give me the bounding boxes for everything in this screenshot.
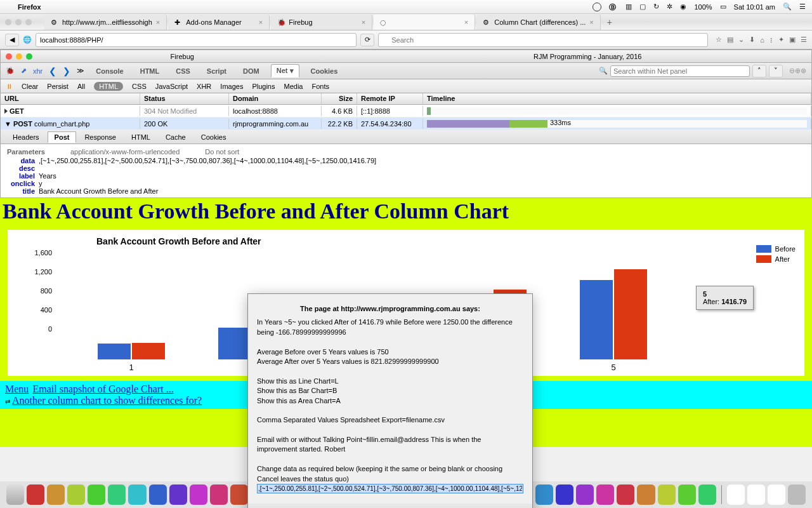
dock-app-icon[interactable] [617, 485, 634, 505]
wifi-icon[interactable]: ◉ [680, 3, 686, 11]
subtab-html[interactable]: HTML [124, 131, 157, 143]
dock-app-icon[interactable] [108, 485, 126, 505]
bar-after[interactable] [614, 269, 647, 359]
trash-icon[interactable] [788, 485, 806, 505]
bluetooth-icon[interactable]: ✲ [667, 3, 672, 11]
firebug-search-input[interactable] [610, 65, 750, 77]
pocket-icon[interactable]: ⌄ [738, 36, 744, 44]
bar-before[interactable] [98, 344, 131, 359]
col-url[interactable]: URL [1, 93, 140, 104]
firebug-icon[interactable]: 🐞 [6, 67, 15, 75]
back-button[interactable]: ◀ [5, 34, 19, 46]
filter-persist[interactable]: Persist [47, 83, 69, 90]
airplay-icon[interactable]: ▢ [639, 3, 646, 11]
collapse-icon[interactable]: ▼ [4, 120, 11, 128]
close-icon[interactable]: × [156, 18, 160, 26]
filter-media[interactable]: Media [284, 83, 303, 90]
dock-app-icon[interactable] [88, 485, 105, 505]
filter-plugins[interactable]: Plugins [252, 83, 275, 90]
app-name[interactable]: Firefox [18, 3, 41, 11]
search-next[interactable]: ˅ [769, 65, 783, 77]
prev-button[interactable]: ❮ [49, 66, 56, 76]
net-request-row[interactable]: GET 304 Not Modified localhost:8888 4.6 … [1, 105, 811, 117]
browser-tab[interactable]: ⚙http://www.rjm...eitfliessohigh× [44, 15, 167, 30]
browser-tab-active[interactable]: ◌× [374, 15, 475, 30]
minimize-icon[interactable]: ⊖⊕⊗ [789, 67, 806, 75]
dock-app-icon[interactable] [768, 485, 785, 505]
filter-images[interactable]: Images [220, 83, 243, 90]
dock-app-icon[interactable] [190, 485, 207, 505]
dock-app-icon[interactable] [149, 485, 167, 505]
filter-all[interactable]: All [77, 83, 85, 90]
subtab-response[interactable]: Response [77, 131, 123, 143]
timemachine-icon[interactable]: ↻ [653, 3, 659, 11]
net-request-row-expanded[interactable]: ▼ POST column_chart.php 200 OK rjmprogra… [1, 117, 811, 130]
download-icon[interactable]: ⬇ [749, 36, 755, 44]
search-input[interactable] [378, 33, 708, 47]
browser-tab[interactable]: ⚙Column Chart (differences) ...× [476, 15, 601, 30]
dock-app-icon[interactable] [210, 485, 228, 505]
another-chart-link[interactable]: Another column chart to show differences… [12, 395, 202, 406]
reader-icon[interactable]: ▤ [727, 36, 733, 44]
tab-cookies[interactable]: Cookies [306, 65, 343, 77]
break-icon[interactable]: ⏸ [6, 83, 13, 90]
close-icon[interactable]: × [589, 18, 593, 26]
tab-html[interactable]: HTML [135, 65, 165, 77]
dock-app-icon[interactable] [556, 485, 573, 505]
close-icon[interactable]: × [464, 18, 468, 26]
email-link[interactable]: Email snapshot of Google Chart ... [32, 384, 173, 394]
bar-after[interactable] [132, 343, 165, 359]
hamburger-icon[interactable]: ☰ [801, 36, 807, 44]
params-sort[interactable]: Do not sort [205, 148, 239, 156]
next-button[interactable]: ❯ [63, 66, 70, 76]
clock[interactable]: Sat 10:01 am [734, 3, 775, 11]
dock-app-icon[interactable] [658, 485, 676, 505]
col-ip[interactable]: Remote IP [357, 93, 423, 104]
dock-app-icon[interactable] [6, 485, 24, 505]
spotlight-icon[interactable]: 🔍 [783, 3, 792, 11]
expand-icon[interactable] [4, 109, 8, 114]
subtab-post[interactable]: Post [48, 131, 77, 143]
menu-icon[interactable]: ☰ [799, 3, 806, 11]
dock-app-icon[interactable] [698, 485, 716, 505]
dock-app-icon[interactable] [67, 485, 85, 505]
dock-app-icon[interactable] [535, 485, 553, 505]
filter-css[interactable]: CSS [132, 83, 147, 90]
tab-dom[interactable]: DOM [238, 65, 265, 77]
xhr-icon[interactable]: xhr [33, 67, 43, 75]
sidebar-icon[interactable]: ⫶ [769, 36, 773, 44]
bar-before[interactable] [218, 328, 251, 359]
tab-net[interactable]: Net ▾ [271, 64, 299, 77]
dock-app-icon[interactable] [576, 485, 594, 505]
filter-html[interactable]: HTML [94, 82, 123, 91]
subtab-headers[interactable]: Headers [6, 131, 46, 143]
close-icon[interactable]: × [362, 18, 365, 26]
close-icon[interactable]: × [259, 18, 263, 26]
subtab-cookies[interactable]: Cookies [194, 131, 233, 143]
filter-clear[interactable]: Clear [22, 83, 38, 90]
filter-xhr[interactable]: XHR [197, 83, 211, 90]
cmd-icon[interactable]: ≫ [77, 67, 84, 75]
dialog-input[interactable] [257, 484, 523, 493]
extension-icon[interactable]: ▣ [789, 36, 796, 44]
inspect-icon[interactable]: ⬈ [21, 67, 27, 75]
col-status[interactable]: Status [140, 93, 229, 104]
tab-css[interactable]: CSS [171, 65, 195, 77]
col-timeline[interactable]: Timeline [423, 93, 811, 104]
browser-tab[interactable]: 🐞Firebug× [271, 15, 372, 30]
url-input[interactable] [36, 33, 357, 47]
new-tab-button[interactable]: + [602, 17, 617, 27]
menu-link[interactable]: Menu [5, 384, 29, 394]
dock-app-icon[interactable] [27, 485, 44, 505]
browser-tab[interactable]: ✚Add-ons Manager× [168, 15, 270, 30]
col-domain[interactable]: Domain [229, 93, 322, 104]
filter-fonts[interactable]: Fonts [311, 83, 329, 90]
dock-app-icon[interactable] [747, 485, 765, 505]
reload-button[interactable]: ⟳ [360, 34, 374, 46]
tab-console[interactable]: Console [91, 65, 128, 77]
dock-app-icon[interactable] [47, 485, 65, 505]
window-controls[interactable] [5, 19, 32, 25]
dock-app-icon[interactable] [637, 485, 655, 505]
dock-app-icon[interactable] [727, 485, 745, 505]
bookmark-icon[interactable]: ☆ [716, 36, 722, 44]
